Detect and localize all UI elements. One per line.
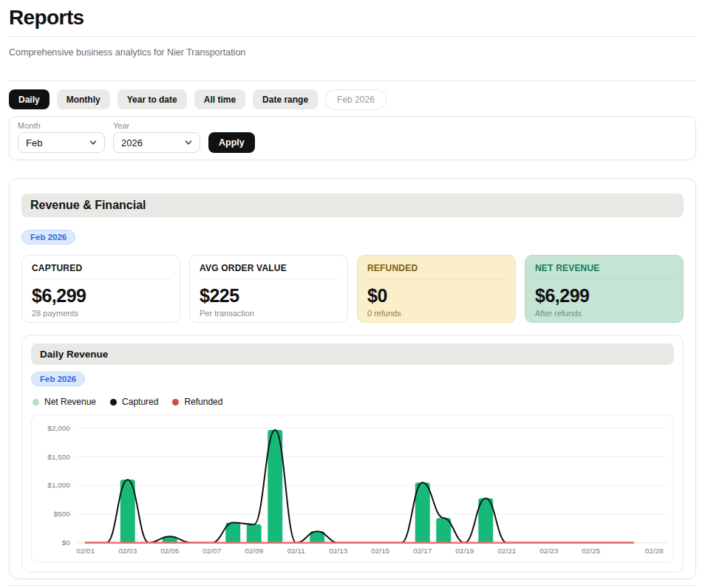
period-selector-panel: Month Feb Year 2026 Apply bbox=[9, 116, 696, 160]
stat-value: $6,299 bbox=[535, 286, 673, 305]
svg-text:02/09: 02/09 bbox=[245, 547, 263, 555]
svg-text:02/11: 02/11 bbox=[287, 547, 306, 555]
stat-label: AVG ORDER VALUE bbox=[200, 263, 338, 273]
divider bbox=[9, 585, 696, 586]
daily-revenue-chart: $0$500$1,000$1,500$2,00002/0102/0302/050… bbox=[31, 414, 674, 563]
year-select-value: 2026 bbox=[121, 137, 143, 148]
svg-text:02/05: 02/05 bbox=[160, 547, 179, 555]
stat-card-captured: CAPTURED $6,299 28 payments bbox=[21, 255, 180, 323]
stat-card-avg-order-value: AVG ORDER VALUE $225 Per transaction bbox=[189, 255, 348, 323]
revenue-financial-section: Revenue & Financial Feb 2026 CAPTURED $6… bbox=[9, 178, 696, 579]
stat-card-net-revenue: NET REVENUE $6,299 After refunds bbox=[525, 255, 684, 323]
chart-legend: Net RevenueCapturedRefunded bbox=[33, 397, 674, 407]
divider bbox=[9, 81, 696, 81]
svg-text:02/13: 02/13 bbox=[329, 547, 347, 555]
svg-text:02/07: 02/07 bbox=[202, 547, 221, 555]
tab-monthly[interactable]: Monthly bbox=[57, 89, 110, 109]
divider bbox=[367, 278, 505, 279]
daily-revenue-card: Daily Revenue Feb 2026 Net RevenueCaptur… bbox=[21, 335, 684, 572]
page-title: Reports bbox=[9, 0, 696, 30]
tab-all-time[interactable]: All time bbox=[194, 89, 245, 109]
tab-date-range[interactable]: Date range bbox=[253, 89, 318, 109]
stat-card-refunded: REFUNDED $0 0 refunds bbox=[357, 255, 516, 323]
svg-text:$1,000: $1,000 bbox=[47, 482, 70, 490]
tab-year-to-date[interactable]: Year to date bbox=[117, 89, 187, 109]
svg-text:02/15: 02/15 bbox=[371, 547, 389, 555]
svg-text:02/25: 02/25 bbox=[582, 547, 600, 555]
svg-text:02/19: 02/19 bbox=[455, 547, 474, 555]
svg-text:$1,500: $1,500 bbox=[47, 453, 70, 461]
divider bbox=[535, 278, 673, 279]
tab-daily[interactable]: Daily bbox=[9, 89, 50, 109]
svg-text:$500: $500 bbox=[54, 510, 71, 518]
legend-item-net-revenue: Net Revenue bbox=[33, 397, 96, 407]
chart-title: Daily Revenue bbox=[31, 343, 674, 365]
stat-sublabel: Per transaction bbox=[200, 309, 338, 318]
section-title: Revenue & Financial bbox=[21, 194, 684, 217]
legend-dot-icon bbox=[33, 399, 39, 406]
stat-value: $0 bbox=[367, 286, 505, 305]
legend-dot-icon bbox=[172, 399, 179, 406]
period-badge: Feb 2026 bbox=[21, 230, 75, 245]
stat-value: $6,299 bbox=[32, 286, 170, 305]
svg-text:02/21: 02/21 bbox=[497, 547, 516, 555]
svg-text:02/23: 02/23 bbox=[539, 547, 558, 555]
divider bbox=[200, 278, 338, 279]
svg-text:02/03: 02/03 bbox=[118, 547, 137, 555]
stat-sublabel: 0 refunds bbox=[367, 309, 505, 318]
chevron-down-icon bbox=[89, 139, 97, 146]
month-select-value: Feb bbox=[26, 137, 42, 148]
legend-item-refunded: Refunded bbox=[172, 397, 222, 407]
current-period-chip: Feb 2026 bbox=[325, 89, 386, 110]
stat-label: CAPTURED bbox=[32, 263, 170, 273]
month-select[interactable]: Feb bbox=[18, 132, 105, 153]
month-field: Month Feb bbox=[18, 121, 105, 153]
apply-button[interactable]: Apply bbox=[208, 132, 255, 153]
stat-value: $225 bbox=[200, 286, 338, 305]
svg-text:$2,000: $2,000 bbox=[47, 424, 70, 432]
stats-row: CAPTURED $6,299 28 payments AVG ORDER VA… bbox=[21, 255, 684, 323]
stat-label: REFUNDED bbox=[367, 263, 505, 273]
year-label: Year bbox=[113, 121, 200, 130]
legend-label: Captured bbox=[122, 397, 158, 407]
legend-item-captured: Captured bbox=[110, 397, 158, 407]
year-select[interactable]: 2026 bbox=[113, 132, 200, 153]
stat-sublabel: After refunds bbox=[535, 309, 673, 318]
chevron-down-icon bbox=[185, 139, 192, 146]
legend-label: Net Revenue bbox=[44, 397, 96, 407]
legend-dot-icon bbox=[110, 399, 117, 406]
page-subtitle: Comprehensive business analytics for Nie… bbox=[9, 47, 696, 58]
month-label: Month bbox=[18, 121, 105, 130]
legend-label: Refunded bbox=[184, 397, 222, 407]
year-field: Year 2026 bbox=[113, 121, 200, 153]
stat-label: NET REVENUE bbox=[535, 263, 673, 273]
divider bbox=[32, 278, 170, 279]
period-badge: Feb 2026 bbox=[31, 372, 85, 386]
svg-text:02/28: 02/28 bbox=[645, 547, 664, 555]
svg-text:$0: $0 bbox=[62, 539, 71, 547]
svg-text:02/01: 02/01 bbox=[76, 547, 95, 555]
divider bbox=[9, 36, 696, 37]
period-filter-tabs: Daily Monthly Year to date All time Date… bbox=[9, 89, 696, 109]
svg-text:02/17: 02/17 bbox=[413, 547, 432, 555]
stat-sublabel: 28 payments bbox=[32, 309, 170, 318]
reports-page: Reports Comprehensive business analytics… bbox=[0, 0, 705, 588]
